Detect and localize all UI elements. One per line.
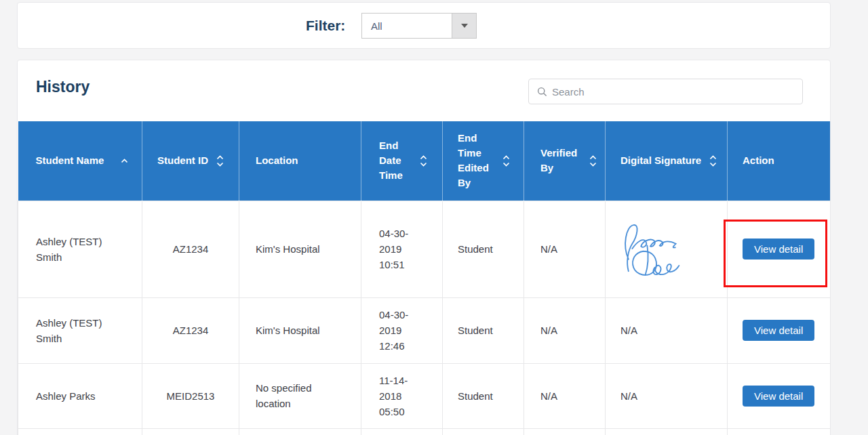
cell-empty (18, 428, 142, 435)
table-header-row: Student NameStudent IDLocationEnd Date T… (18, 121, 831, 201)
column-header-end-time-edited-by[interactable]: End Time Edited By (443, 121, 524, 201)
table-row-partial (18, 428, 831, 435)
sort-desc-icon (420, 162, 427, 167)
cell-student-id: MEID2513 (142, 363, 239, 428)
cell-end-date-time: 11-14-2018 05:50 (361, 363, 443, 428)
sort-desc-icon (709, 162, 717, 167)
filter-bar: Filter: All (17, 2, 831, 49)
cell-end-time-edited-by: Student (443, 201, 524, 297)
page-title: History (36, 78, 90, 96)
cell-verified-by: N/A (524, 297, 606, 363)
cell-digital-signature (606, 201, 728, 297)
cell-digital-signature: N/A (606, 297, 728, 363)
table-body: Ashley (TEST) SmithAZ1234Kim's Hospital0… (18, 201, 831, 435)
table-row: Ashley (TEST) SmithAZ1234Kim's Hospital0… (18, 297, 831, 363)
search-icon (537, 87, 547, 97)
cell-empty (606, 428, 728, 435)
cell-end-time-edited-by: Student (443, 363, 524, 428)
cell-empty (239, 428, 361, 435)
sort-asc-icon (121, 159, 128, 163)
history-panel: History Student NameStudent IDLocationEn… (17, 60, 831, 435)
column-label: End Time Edited By (458, 131, 494, 190)
cell-action: View detail (728, 297, 831, 363)
column-label: Student Name (36, 153, 104, 168)
filter-dropdown[interactable]: All (361, 13, 477, 39)
page: Filter: All History Student NameStudent … (0, 0, 868, 435)
cell-verified-by: N/A (524, 363, 606, 428)
sort-icon (121, 159, 128, 163)
cell-student-id: AZ1234 (142, 297, 239, 363)
cell-end-date-time: 04-30-2019 10:51 (361, 201, 443, 297)
column-header-student-name[interactable]: Student Name (18, 121, 142, 201)
cell-location: No specified location (239, 363, 361, 428)
column-header-student-id[interactable]: Student ID (142, 121, 239, 201)
sort-icon (502, 155, 510, 167)
sort-desc-icon (589, 162, 597, 167)
view-detail-button[interactable]: View detail (743, 386, 814, 407)
cell-student-id: AZ1234 (142, 201, 239, 297)
signature-image (619, 220, 682, 278)
history-table: Student NameStudent IDLocationEnd Date T… (18, 121, 831, 435)
cell-verified-by: N/A (524, 201, 606, 297)
column-header-action: Action (728, 121, 831, 201)
cell-student-name: Ashley (TEST) Smith (18, 201, 142, 297)
cell-empty (728, 428, 831, 435)
cell-digital-signature: N/A (606, 363, 728, 428)
cell-empty (524, 428, 606, 435)
caret-down-icon (461, 24, 468, 28)
sort-asc-icon (589, 155, 597, 160)
column-header-end-date-time[interactable]: End Date Time (361, 121, 443, 201)
cell-end-time-edited-by: Student (443, 297, 524, 363)
view-detail-button[interactable]: View detail (743, 239, 814, 260)
sort-desc-icon (502, 162, 510, 167)
column-label: Location (256, 153, 298, 168)
column-label: Verified By (540, 146, 581, 175)
cell-end-date-time: 04-30-2019 12:46 (361, 297, 443, 363)
sort-asc-icon (216, 155, 224, 160)
sort-icon (709, 155, 717, 167)
column-label: Action (743, 153, 774, 168)
cell-empty (142, 428, 239, 435)
cell-location: Kim's Hospital (239, 201, 361, 297)
sort-asc-icon (420, 155, 427, 160)
column-header-verified-by[interactable]: Verified By (524, 121, 606, 201)
sort-asc-icon (709, 155, 717, 160)
column-header-location: Location (239, 121, 361, 201)
table-row: Ashley ParksMEID2513No specified locatio… (18, 363, 831, 428)
search-box[interactable] (528, 79, 803, 104)
column-label: Digital Signature (620, 153, 701, 168)
cell-location: Kim's Hospital (239, 297, 361, 363)
cell-student-name: Ashley Parks (18, 363, 142, 428)
sort-icon (589, 155, 597, 167)
filter-dropdown-button[interactable] (452, 14, 476, 38)
column-label: End Date Time (379, 138, 412, 183)
cell-empty (443, 428, 524, 435)
sort-icon (216, 155, 224, 167)
column-label: Student ID (157, 153, 208, 168)
search-input[interactable] (552, 86, 794, 98)
table-row: Ashley (TEST) SmithAZ1234Kim's Hospital0… (18, 201, 831, 297)
filter-label: Filter: (306, 3, 345, 48)
cell-action: View detail (728, 363, 831, 428)
filter-dropdown-value: All (371, 14, 382, 38)
cell-action: View detail (728, 201, 831, 297)
cell-student-name: Ashley (TEST) Smith (18, 297, 142, 363)
view-detail-button[interactable]: View detail (743, 320, 814, 341)
sort-icon (420, 155, 427, 167)
sort-asc-icon (502, 155, 510, 160)
cell-empty (361, 428, 443, 435)
column-header-digital-signature[interactable]: Digital Signature (606, 121, 728, 201)
sort-desc-icon (216, 162, 224, 167)
